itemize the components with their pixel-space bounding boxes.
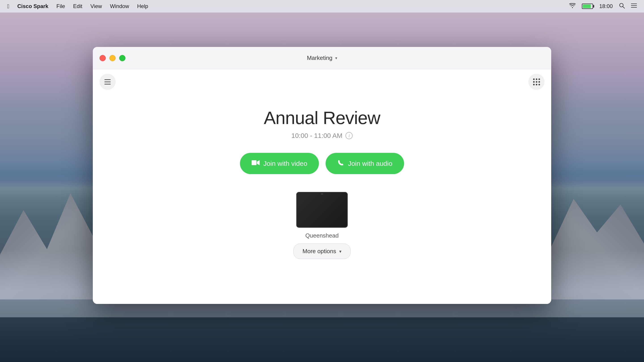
list-icon[interactable] bbox=[631, 3, 637, 9]
grid-dots-icon bbox=[533, 78, 540, 85]
menubar-help[interactable]: Help bbox=[137, 3, 148, 9]
join-video-label: Join with video bbox=[263, 160, 307, 167]
svg-line-1 bbox=[623, 6, 624, 8]
close-button[interactable] bbox=[100, 55, 106, 61]
join-video-button[interactable]: Join with video bbox=[240, 153, 319, 174]
device-section: Queenshead More options ▾ bbox=[294, 192, 350, 259]
svg-rect-5 bbox=[252, 160, 256, 165]
menubar-edit[interactable]: Edit bbox=[73, 3, 82, 9]
window-title-text: Marketing bbox=[307, 54, 332, 61]
video-icon bbox=[252, 160, 260, 167]
hamburger-menu-button[interactable] bbox=[100, 74, 116, 90]
hamburger-line-3 bbox=[104, 84, 111, 84]
apple-logo-icon[interactable]:  bbox=[7, 3, 10, 10]
search-icon[interactable] bbox=[619, 3, 625, 10]
audio-phone-icon bbox=[337, 159, 344, 168]
toolbar-row bbox=[93, 69, 551, 90]
clock-display: 18:00 bbox=[599, 3, 613, 9]
menubar-right: 18:00 bbox=[569, 3, 637, 10]
minimize-button[interactable] bbox=[109, 55, 116, 61]
main-content: Annual Review 10:00 - 11:00 AM i Join bbox=[93, 90, 551, 304]
title-chevron-icon[interactable]: ▾ bbox=[335, 56, 337, 60]
more-options-button[interactable]: More options ▾ bbox=[294, 244, 350, 259]
device-name: Queenshead bbox=[306, 232, 339, 239]
hamburger-line-1 bbox=[104, 79, 111, 80]
window-title-area: Marketing ▾ bbox=[307, 54, 337, 61]
menubar-left:  Cisco Spark File Edit View Window Help bbox=[7, 3, 148, 10]
meeting-time-row: 10:00 - 11:00 AM i bbox=[291, 132, 353, 139]
battery-indicator bbox=[582, 3, 593, 9]
window-controls bbox=[100, 55, 126, 61]
window-content: Annual Review 10:00 - 11:00 AM i Join bbox=[93, 69, 551, 304]
more-options-label: More options bbox=[302, 248, 336, 255]
meeting-title: Annual Review bbox=[264, 108, 380, 128]
wifi-icon bbox=[569, 3, 576, 9]
device-screen-preview bbox=[296, 192, 348, 228]
menubar-view[interactable]: View bbox=[90, 3, 102, 9]
join-audio-button[interactable]: Join with audio bbox=[326, 153, 404, 174]
join-buttons-group: Join with video Join with audio bbox=[240, 153, 404, 174]
more-options-chevron-icon: ▾ bbox=[339, 249, 342, 254]
window-titlebar: Marketing ▾ bbox=[93, 47, 551, 69]
maximize-button[interactable] bbox=[119, 55, 126, 61]
app-window: Marketing ▾ bbox=[93, 47, 551, 304]
menubar-window[interactable]: Window bbox=[110, 3, 129, 9]
menubar:  Cisco Spark File Edit View Window Help… bbox=[0, 0, 644, 12]
hamburger-line-2 bbox=[104, 81, 111, 82]
info-icon[interactable]: i bbox=[346, 132, 353, 139]
join-audio-label: Join with audio bbox=[348, 160, 392, 167]
meeting-time: 10:00 - 11:00 AM bbox=[291, 132, 342, 139]
menubar-file[interactable]: File bbox=[56, 3, 65, 9]
menubar-app-name[interactable]: Cisco Spark bbox=[18, 3, 48, 9]
grid-menu-button[interactable] bbox=[528, 74, 544, 90]
